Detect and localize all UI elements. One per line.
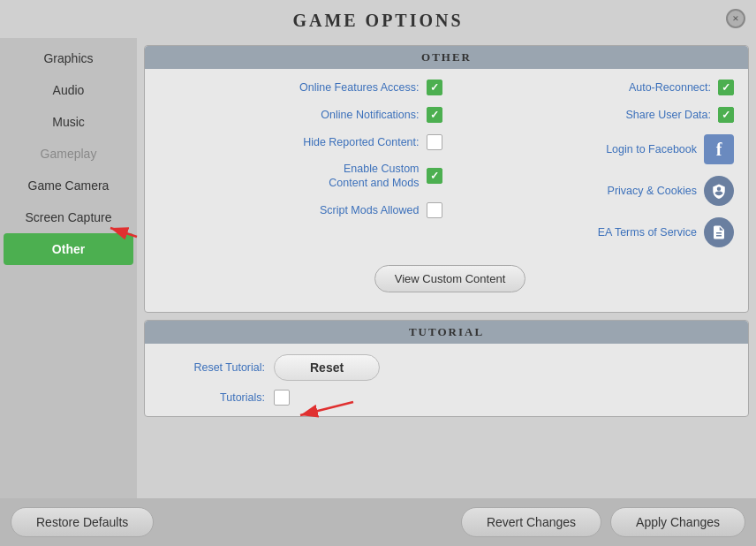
share-user-data-checkbox[interactable]	[718, 107, 734, 123]
sidebar-item-gameplay[interactable]: Gameplay	[0, 138, 137, 170]
sidebar-item-audio[interactable]: Audio	[0, 74, 137, 106]
window-title: Game Options	[0, 11, 756, 31]
other-options-grid: Online Features Access: Online Notificat…	[159, 80, 734, 247]
apply-changes-button[interactable]: Apply Changes	[610, 507, 745, 537]
online-notifications-row: Online Notifications:	[159, 107, 442, 123]
other-body: Online Features Access: Online Notificat…	[145, 69, 748, 312]
tutorial-section: Tutorial Reset Tutorial: Reset Tutorials…	[144, 320, 749, 417]
view-custom-content-button[interactable]: View Custom Content	[374, 265, 526, 292]
tutorial-body: Reset Tutorial: Reset Tutorials:	[145, 344, 748, 416]
right-options: Auto-Reconnect: Share User Data: Login t…	[451, 80, 735, 247]
sidebar-item-game-camera[interactable]: Game Camera	[0, 170, 137, 201]
privacy-label: Privacy & Cookies	[608, 185, 697, 197]
restore-defaults-button[interactable]: Restore Defaults	[11, 507, 154, 537]
auto-reconnect-label: Auto-Reconnect:	[629, 81, 711, 94]
enable-custom-label: Enable Custom Content and Mods	[329, 162, 419, 191]
privacy-button[interactable]	[704, 176, 734, 206]
main-area: Graphics Audio Music Gameplay Game Camer…	[0, 38, 756, 498]
tutorials-row: Tutorials:	[159, 390, 734, 406]
reset-button[interactable]: Reset	[274, 354, 380, 381]
enable-custom-checkbox[interactable]	[427, 168, 442, 184]
hide-reported-label: Hide Reported Content:	[303, 136, 419, 148]
reset-tutorial-row: Reset Tutorial: Reset	[159, 354, 734, 381]
facebook-icon[interactable]: f	[704, 134, 734, 164]
left-options: Online Features Access: Online Notificat…	[159, 80, 442, 247]
ea-terms-button[interactable]	[704, 217, 734, 247]
footer-right-buttons: Revert Changes Apply Changes	[461, 507, 745, 537]
close-button[interactable]: ×	[726, 9, 745, 28]
hide-reported-row: Hide Reported Content:	[159, 134, 442, 150]
enable-custom-row: Enable Custom Content and Mods	[159, 162, 442, 191]
sidebar-item-screen-capture[interactable]: Screen Capture	[0, 201, 137, 233]
sidebar-item-music[interactable]: Music	[0, 106, 137, 138]
share-user-data-row: Share User Data:	[451, 107, 735, 123]
tutorial-header: Tutorial	[145, 321, 748, 344]
script-mods-checkbox[interactable]	[427, 202, 442, 218]
sidebar-item-other[interactable]: Other	[4, 233, 133, 265]
reset-tutorial-label: Reset Tutorial:	[159, 361, 265, 374]
script-mods-row: Script Mods Allowed	[159, 202, 442, 218]
online-features-checkbox[interactable]	[427, 80, 442, 95]
tutorials-label: Tutorials:	[159, 391, 265, 404]
online-notifications-checkbox[interactable]	[427, 107, 442, 123]
sidebar-item-graphics[interactable]: Graphics	[0, 42, 137, 74]
auto-reconnect-row: Auto-Reconnect:	[451, 80, 735, 95]
login-facebook-label: Login to Facebook	[606, 143, 697, 155]
content-area: Other Online Features Access:	[137, 38, 756, 498]
title-bar: Game Options ×	[0, 0, 756, 38]
revert-changes-button[interactable]: Revert Changes	[461, 507, 601, 537]
privacy-row: Privacy & Cookies	[451, 176, 735, 206]
script-mods-label: Script Mods Allowed	[320, 204, 420, 216]
shield-icon	[711, 183, 727, 199]
login-facebook-row: Login to Facebook f	[451, 134, 735, 164]
online-features-label: Online Features Access:	[299, 81, 419, 94]
hide-reported-checkbox[interactable]	[427, 134, 442, 150]
document-icon	[711, 224, 727, 240]
ea-terms-row: EA Terms of Service	[451, 217, 735, 247]
auto-reconnect-checkbox[interactable]	[718, 80, 734, 95]
game-options-window: Game Options × Graphics Audio Music Game…	[0, 0, 756, 546]
footer: Restore Defaults Revert Changes Apply Ch…	[0, 498, 756, 546]
online-features-row: Online Features Access:	[159, 80, 442, 95]
share-user-data-label: Share User Data:	[625, 109, 711, 121]
tutorials-checkbox[interactable]	[274, 390, 290, 406]
other-header: Other	[145, 46, 748, 69]
ea-terms-label: EA Terms of Service	[598, 226, 697, 239]
sidebar: Graphics Audio Music Gameplay Game Camer…	[0, 38, 137, 498]
other-section: Other Online Features Access:	[144, 45, 749, 313]
online-notifications-label: Online Notifications:	[321, 109, 419, 121]
